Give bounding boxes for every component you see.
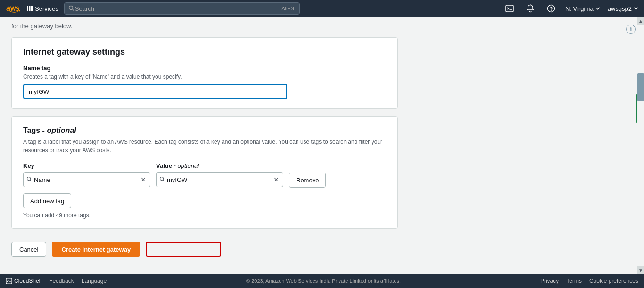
- help-button[interactable]: ?: [545, 2, 558, 15]
- chevron-down-icon-account: [634, 7, 638, 10]
- svg-line-17: [30, 180, 32, 181]
- scroll-up-arrow[interactable]: ▲: [637, 17, 644, 25]
- aws-logo[interactable]: [6, 1, 21, 16]
- value-column-label: Value - optional: [156, 162, 283, 169]
- tags-description: A tag is a label that you assign to an A…: [23, 138, 386, 155]
- search-icon: [68, 5, 75, 12]
- cookie-preferences-link[interactable]: Cookie preferences: [589, 278, 638, 284]
- key-column-label: Key: [23, 162, 150, 169]
- value-column: Value - optional ✕: [156, 162, 283, 187]
- terminal-icon: [505, 4, 514, 13]
- search-shortcut: [Alt+S]: [280, 6, 296, 11]
- svg-text:?: ?: [550, 6, 553, 12]
- help-icon: ?: [547, 4, 555, 13]
- bottom-bar: CloudShell Feedback Language © 2023, Ama…: [0, 274, 644, 288]
- settings-card-title: Internet gateway settings: [23, 47, 386, 57]
- key-clear-button[interactable]: ✕: [140, 175, 147, 184]
- value-input[interactable]: [167, 176, 272, 183]
- value-input-wrapper: ✕: [156, 172, 283, 187]
- tags-card: Tags - optional A tag is a label that yo…: [11, 116, 398, 229]
- svg-rect-5: [31, 8, 33, 9]
- add-new-tag-button[interactable]: Add new tag: [23, 193, 71, 208]
- create-internet-gateway-button[interactable]: Create internet gateway: [52, 242, 140, 257]
- main-content: for the gateway below. Internet gateway …: [0, 17, 644, 288]
- bottom-bar-left: CloudShell Feedback Language: [6, 278, 107, 284]
- copyright-text: © 2023, Amazon Web Services India Privat…: [114, 278, 533, 284]
- key-input-wrapper: ✕: [23, 172, 150, 187]
- empty-placeholder-button: [146, 242, 221, 257]
- svg-rect-1: [29, 6, 31, 8]
- svg-line-10: [72, 9, 74, 11]
- top-navigation: Services [Alt+S] ? N. Virginia awsgsp2: [0, 0, 644, 17]
- remove-tag-button[interactable]: Remove: [289, 173, 326, 188]
- svg-rect-4: [29, 8, 31, 9]
- privacy-link[interactable]: Privacy: [540, 278, 559, 284]
- terminal-bottom-icon: [6, 278, 12, 284]
- name-tag-hint: Creates a tag with a key of 'Name' and a…: [23, 74, 386, 80]
- cloudshell-bottom-button[interactable]: CloudShell: [6, 278, 41, 284]
- scroll-down-arrow[interactable]: ▼: [637, 266, 644, 274]
- scrollbar[interactable]: ▲ ▼: [637, 17, 644, 274]
- key-input[interactable]: [34, 176, 140, 183]
- cloudshell-nav-button[interactable]: [503, 2, 516, 15]
- cancel-button[interactable]: Cancel: [11, 242, 46, 257]
- services-menu[interactable]: Services: [26, 5, 58, 12]
- chevron-down-icon: [595, 7, 600, 10]
- name-tag-input[interactable]: [23, 84, 287, 99]
- bell-icon: [527, 4, 534, 13]
- internet-gateway-settings-card: Internet gateway settings Name tag Creat…: [11, 37, 398, 109]
- key-search-icon: [26, 176, 32, 183]
- intro-text: for the gateway below.: [11, 17, 633, 37]
- svg-rect-8: [31, 9, 33, 11]
- svg-rect-2: [31, 6, 33, 8]
- scroll-track[interactable]: [637, 25, 644, 266]
- svg-rect-11: [506, 5, 513, 12]
- scroll-thumb[interactable]: [637, 73, 644, 101]
- feedback-link[interactable]: Feedback: [49, 278, 74, 284]
- name-tag-label: Name tag: [23, 65, 386, 72]
- terms-link[interactable]: Terms: [566, 278, 582, 284]
- tags-card-title: Tags - optional: [23, 126, 386, 135]
- nav-right-section: ? N. Virginia awsgsp2: [503, 2, 638, 15]
- notifications-button[interactable]: [524, 2, 537, 15]
- info-icon[interactable]: ℹ: [626, 25, 636, 34]
- tags-row: Key ✕ Value - optional: [23, 162, 386, 188]
- svg-rect-3: [27, 8, 28, 9]
- tags-limit-text: You can add 49 more tags.: [23, 212, 386, 219]
- region-selector[interactable]: N. Virginia: [565, 5, 600, 12]
- svg-line-19: [163, 180, 165, 181]
- svg-point-16: [27, 177, 31, 180]
- value-search-icon: [159, 176, 165, 183]
- svg-rect-7: [29, 9, 31, 11]
- account-menu[interactable]: awsgsp2: [608, 5, 638, 12]
- key-column: Key ✕: [23, 162, 150, 187]
- svg-rect-0: [27, 6, 28, 8]
- actions-row: Cancel Create internet gateway: [11, 236, 398, 263]
- name-tag-field: Name tag Creates a tag with a key of 'Na…: [23, 65, 386, 99]
- svg-point-18: [160, 177, 164, 180]
- svg-rect-6: [27, 9, 28, 11]
- search-bar[interactable]: [Alt+S]: [64, 2, 300, 15]
- bottom-bar-right: Privacy Terms Cookie preferences: [540, 278, 638, 284]
- language-link[interactable]: Language: [82, 278, 107, 284]
- svg-point-9: [69, 6, 73, 10]
- value-clear-button[interactable]: ✕: [272, 175, 280, 184]
- search-input[interactable]: [75, 5, 280, 12]
